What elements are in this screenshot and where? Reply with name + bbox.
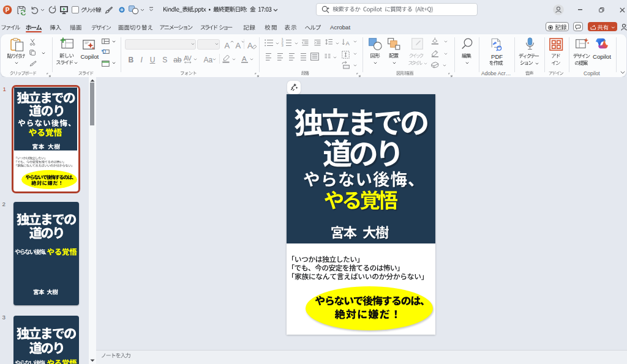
svg-text:P: P	[6, 7, 10, 13]
svg-text:A: A	[346, 40, 350, 46]
